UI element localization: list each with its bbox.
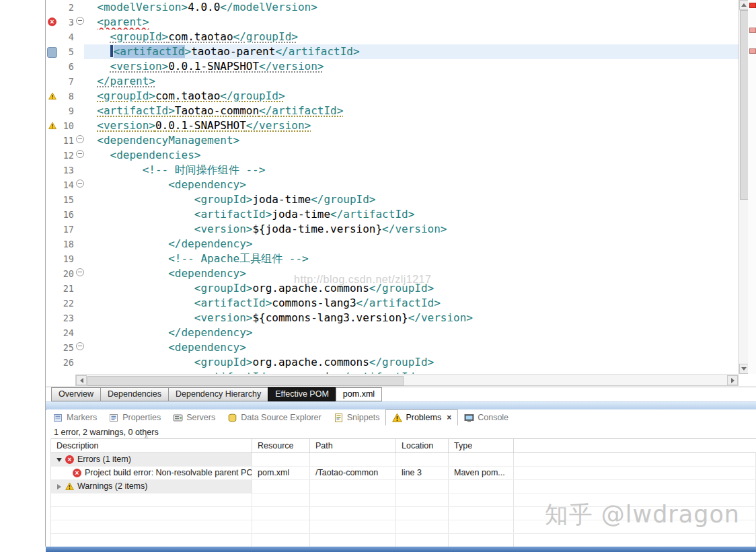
resource-cell <box>252 453 310 466</box>
column-header-resource[interactable]: Resource <box>252 439 310 452</box>
fold-spacer <box>76 104 84 118</box>
fold-toggle-icon[interactable] <box>76 266 84 281</box>
filler-cell <box>514 467 756 479</box>
ruler-marker[interactable] <box>749 3 756 8</box>
xml-tag: <dependency> <box>168 178 246 191</box>
column-header-type[interactable]: Type <box>449 439 514 452</box>
gutter-annotations <box>46 104 59 118</box>
location-cell <box>396 494 449 506</box>
code-segments: <modelVersion>4.0.0</modelVersion> <box>97 1 317 13</box>
type-cell <box>449 520 514 533</box>
code-segments: <!-- Apache工具组件 --> <box>168 252 309 265</box>
column-header-description[interactable]: Description∧ <box>51 439 252 452</box>
xml-tag: </artifactId> <box>337 370 421 374</box>
code-text: <dependencies> <box>84 148 739 163</box>
description-cell <box>51 534 252 547</box>
code-line: 15<groupId>joda-time</groupId> <box>46 192 739 207</box>
scroll-up-button[interactable] <box>739 0 749 10</box>
xml-tag: </artifactId> <box>259 104 343 117</box>
gutter-annotations <box>46 30 59 44</box>
gutter-annotations <box>46 178 59 192</box>
editor-tab-effective-pom[interactable]: Effective POM <box>268 387 336 401</box>
code-line: 18</dependency> <box>46 237 739 251</box>
column-header-path[interactable]: Path <box>310 439 396 452</box>
fold-toggle-icon[interactable] <box>76 340 84 355</box>
view-tab-problems[interactable]: Problems× <box>385 409 458 426</box>
ruler-marker[interactable] <box>749 48 756 54</box>
problems-item-row[interactable]: ×Project build error: Non-resolvable par… <box>51 467 756 480</box>
overview-ruler[interactable] <box>748 0 756 374</box>
path-cell <box>310 507 396 520</box>
xml-tag: </groupId> <box>233 30 298 43</box>
view-tab-console[interactable]: Console <box>458 409 515 426</box>
editor-tab-pom-xml[interactable]: pom.xml <box>336 387 382 401</box>
view-tab-snippets[interactable]: Snippets <box>328 409 386 426</box>
xml-tag: <artifactId> <box>97 104 175 117</box>
line-number: 22 <box>59 296 76 311</box>
horizontal-scroll-thumb[interactable] <box>87 376 404 386</box>
sort-indicator-icon: ∧ <box>144 433 149 440</box>
text-cursor <box>110 45 113 57</box>
xml-tag: </artifactId> <box>275 45 359 58</box>
column-header-location[interactable]: Location <box>396 439 449 452</box>
problems-group-row[interactable]: Warnings (2 items) <box>51 480 756 494</box>
xml-text: 0.0.1-SNAPSHOT <box>155 119 246 132</box>
xml-tag: </groupId> <box>369 282 434 294</box>
code-segments: <dependency> <box>168 267 246 280</box>
scroll-left-button[interactable] <box>76 375 87 385</box>
fold-toggle-icon[interactable] <box>76 148 84 163</box>
vertical-scrollbar[interactable] <box>739 0 749 374</box>
xml-tag: <groupId> <box>194 193 253 206</box>
location-cell: line 3 <box>396 467 449 479</box>
problems-icon <box>392 413 402 423</box>
view-tab-properties[interactable]: Properties <box>103 409 167 426</box>
ruler-marker[interactable] <box>749 28 756 33</box>
fold-toggle-icon[interactable] <box>76 178 84 192</box>
view-tab-markers[interactable]: Markers <box>47 409 103 426</box>
horizontal-scrollbar[interactable] <box>75 374 739 386</box>
editor-tab-dependencies[interactable]: Dependencies <box>100 387 169 401</box>
xml-text: com.taotao <box>168 30 233 43</box>
gutter-annotations <box>46 355 59 370</box>
gutter-annotations <box>46 222 59 237</box>
circle-minus-icon <box>76 135 84 143</box>
editor-tab-dependency-hierarchy[interactable]: Dependency Hierarchy <box>168 387 268 401</box>
view-tab-data-source-explorer[interactable]: Data Source Explorer <box>221 409 328 426</box>
code-segments: <groupId>com.taotao</groupId> <box>110 30 298 43</box>
fold-toggle-icon[interactable] <box>76 15 84 30</box>
xml-tag: <dependency> <box>168 341 246 354</box>
xml-tag: </version> <box>259 60 324 73</box>
path-cell <box>310 480 396 493</box>
xml-text: 0.0.1-SNAPSHOT <box>168 60 259 73</box>
collapse-arrow-icon[interactable] <box>56 458 62 462</box>
description-cell <box>51 507 252 520</box>
close-icon[interactable]: × <box>447 413 451 422</box>
code-line: 10<version>0.0.1-SNAPSHOT</version> <box>46 118 739 133</box>
code-text: <!-- 时间操作组件 --> <box>84 163 739 178</box>
code-segments: </dependency> <box>168 326 252 339</box>
warning-marker-icon <box>48 122 56 130</box>
code-segments: <version>0.0.1-SNAPSHOT</version> <box>110 60 324 73</box>
expand-arrow-icon[interactable] <box>57 484 61 489</box>
line-number: 23 <box>59 311 76 325</box>
editor-tab-overview[interactable]: Overview <box>51 387 101 401</box>
fold-toggle-icon[interactable] <box>76 133 84 148</box>
line-number: 13 <box>59 163 76 178</box>
pom-xml-editor[interactable]: 2<modelVersion>4.0.0</modelVersion>×3<pa… <box>46 0 739 374</box>
description-cell: Warnings (2 items) <box>51 480 252 493</box>
description-cell <box>51 494 252 506</box>
path-cell <box>310 453 396 466</box>
view-tab-servers[interactable]: Servers <box>167 409 221 426</box>
circle-minus-icon <box>76 180 84 188</box>
code-text: <artifactId>joda-time</artifactId> <box>84 207 739 222</box>
line-number: 12 <box>59 148 76 163</box>
xml-tag: </groupId> <box>369 356 434 368</box>
scroll-down-button[interactable] <box>739 364 749 374</box>
editor-page-tabs: OverviewDependenciesDependency Hierarchy… <box>46 387 756 401</box>
gutter-annotations <box>46 266 59 281</box>
problems-group-row[interactable]: ×Errors (1 item) <box>51 453 756 467</box>
line-number: 16 <box>59 207 76 222</box>
xml-tag: </dependency> <box>168 237 252 250</box>
scroll-right-button[interactable] <box>727 375 738 385</box>
code-segments: <artifactId>Taotao-common</artifactId> <box>97 104 343 117</box>
